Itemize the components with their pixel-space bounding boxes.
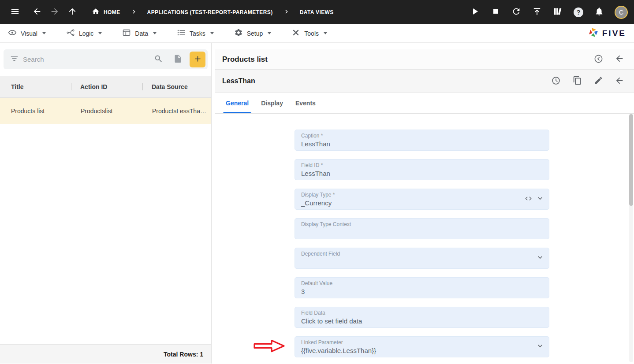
scrollbar-track[interactable] <box>629 114 633 362</box>
field-label: Linked Parameter <box>301 339 543 345</box>
menubar: Visual Logic Data Tasks Setup Tools FIVE <box>0 24 634 43</box>
avatar[interactable]: C <box>615 6 628 19</box>
field-field-id[interactable]: Field ID * LessThan <box>295 159 549 180</box>
logic-flow-icon <box>66 28 75 38</box>
chevron-down-icon <box>98 32 102 34</box>
field-trailing-icons <box>536 253 544 264</box>
menu-visual-label: Visual <box>21 30 37 37</box>
breadcrumb-applications[interactable]: APPLICATIONS (TEST-REPORT-PARAMETERS) <box>147 9 273 15</box>
deploy-icon <box>532 7 542 18</box>
menu-logic[interactable]: Logic <box>66 28 102 38</box>
search-icon <box>154 54 163 65</box>
menu-setup-label: Setup <box>247 30 263 37</box>
chevron-down-icon[interactable] <box>536 194 544 204</box>
field-value <box>301 229 543 237</box>
menu-data[interactable]: Data <box>122 28 157 38</box>
close-detail-button[interactable] <box>614 54 625 65</box>
field-value <box>301 258 543 266</box>
add-data-view-button[interactable] <box>190 52 205 67</box>
field-field-data[interactable]: Field Data Click to set field data <box>295 307 549 328</box>
edit-button[interactable] <box>593 75 604 87</box>
column-header-action-id[interactable]: Action ID <box>71 83 142 90</box>
code-icon[interactable] <box>525 195 532 204</box>
close-record-button[interactable] <box>614 75 625 87</box>
up-arrow-icon <box>67 7 77 18</box>
chevron-down-icon[interactable] <box>536 253 544 264</box>
menu-icon <box>10 7 20 18</box>
field-trailing-icons <box>536 342 544 352</box>
new-from-template-button[interactable] <box>170 52 185 67</box>
library-button[interactable] <box>549 4 567 21</box>
field-display-type[interactable]: Display Type * _Currency <box>295 189 549 210</box>
forward-arrow-icon <box>50 7 60 18</box>
total-rows-label: Total Rows: 1 <box>164 351 203 358</box>
play-icon <box>470 6 480 18</box>
breadcrumb-data-views[interactable]: DATA VIEWS <box>300 9 334 15</box>
data-grid-icon <box>122 28 131 38</box>
field-label: Caption * <box>301 133 543 139</box>
menu-logic-label: Logic <box>79 30 93 37</box>
form-fields: Caption * LessThan Field ID * LessThan D… <box>295 114 549 357</box>
notifications-icon <box>594 7 604 18</box>
filter-icon <box>10 54 19 64</box>
column-header-data-source[interactable]: Data Source <box>142 83 211 90</box>
copy-button[interactable] <box>571 75 583 87</box>
deploy-button[interactable] <box>528 4 546 21</box>
cell-title: Products list <box>0 108 71 115</box>
field-linked-parameter[interactable]: Linked Parameter {{five.variable.LessTha… <box>295 336 549 357</box>
tab-general[interactable]: General <box>220 93 255 113</box>
breadcrumb-home[interactable]: HOME <box>92 7 120 17</box>
annotation-red-arrow-icon <box>254 339 285 355</box>
revert-button[interactable] <box>593 54 604 65</box>
notifications-button[interactable] <box>590 4 608 21</box>
table-row[interactable]: Products list Productslist ProductsLessT… <box>0 98 211 124</box>
column-header-title[interactable]: Title <box>0 83 71 90</box>
scrollbar-thumb[interactable] <box>629 114 633 206</box>
stop-icon <box>491 7 500 18</box>
help-button[interactable]: ? <box>570 4 587 21</box>
menu-data-label: Data <box>135 30 148 37</box>
breadcrumb-data-views-label: DATA VIEWS <box>300 9 334 15</box>
column-divider <box>71 83 71 90</box>
stop-button[interactable] <box>487 4 504 21</box>
chevron-down-icon[interactable] <box>536 342 544 352</box>
menu-tasks[interactable]: Tasks <box>177 28 214 38</box>
data-views-table: Title Action ID Data Source Products lis… <box>0 76 211 124</box>
menu-button[interactable] <box>6 4 24 21</box>
search-input[interactable] <box>23 56 146 63</box>
field-trailing-icons <box>525 194 544 204</box>
field-display-type-context[interactable]: Display Type Context <box>295 218 549 239</box>
run-button[interactable] <box>466 4 484 21</box>
field-value: {{five.variable.LessThan}} <box>301 347 543 355</box>
topbar-actions: ? C <box>466 4 628 21</box>
chevron-down-icon <box>210 32 214 34</box>
breadcrumb-home-label: HOME <box>104 9 120 15</box>
chevron-down-icon <box>153 32 157 34</box>
refresh-button[interactable] <box>507 4 525 21</box>
field-label: Dependent Field <box>301 251 543 257</box>
up-button[interactable] <box>63 4 81 21</box>
field-caption[interactable]: Caption * LessThan <box>295 130 549 151</box>
tab-events[interactable]: Events <box>289 93 322 113</box>
record-title: LessThan <box>222 77 255 85</box>
history-button[interactable] <box>550 75 562 87</box>
help-icon: ? <box>574 7 583 17</box>
record-header-actions <box>550 75 627 87</box>
library-icon <box>552 6 563 18</box>
breadcrumb-chevron-icon <box>131 8 137 16</box>
menu-visual[interactable]: Visual <box>8 28 46 38</box>
menu-tools[interactable]: Tools <box>291 28 327 38</box>
avatar-initial: C <box>619 9 623 16</box>
field-default-value[interactable]: Default Value 3 <box>295 277 549 298</box>
eye-icon <box>8 28 17 38</box>
forward-button[interactable] <box>46 4 63 21</box>
cell-data-source: ProductsLessTha… <box>142 108 211 115</box>
detail-panel: Products list LessThan <box>215 43 634 364</box>
plus-icon <box>194 55 202 64</box>
back-button[interactable] <box>28 4 46 21</box>
field-dependent-field[interactable]: Dependent Field <box>295 248 549 269</box>
tab-display[interactable]: Display <box>255 93 289 113</box>
search-button[interactable] <box>151 52 166 67</box>
clock-icon <box>551 76 561 87</box>
menu-setup[interactable]: Setup <box>234 28 272 38</box>
